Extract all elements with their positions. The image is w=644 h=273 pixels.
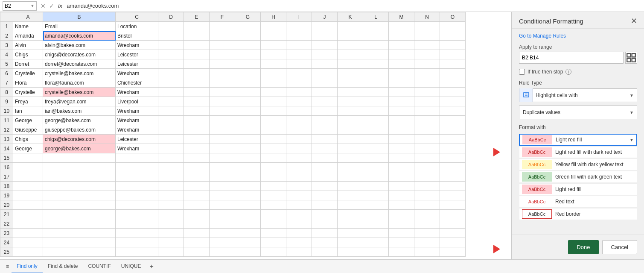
reject-icon[interactable]: ✕ — [39, 3, 47, 9]
cell-empty[interactable] — [389, 219, 414, 229]
cell-empty[interactable] — [338, 41, 363, 50]
cell-empty[interactable] — [286, 97, 312, 106]
cell-a[interactable]: Freya — [13, 97, 43, 106]
cell-empty[interactable] — [210, 229, 235, 238]
cell-empty[interactable] — [235, 116, 261, 125]
cell-empty[interactable] — [338, 153, 363, 163]
cell-a[interactable] — [13, 153, 43, 163]
cell-a[interactable] — [13, 200, 43, 210]
cell-empty[interactable] — [210, 238, 235, 247]
cell-empty[interactable] — [261, 22, 286, 31]
cell-empty[interactable] — [440, 247, 466, 257]
cell-empty[interactable] — [235, 78, 261, 88]
close-button[interactable]: ✕ — [631, 17, 637, 25]
cell-empty[interactable] — [414, 116, 440, 125]
cell-empty[interactable] — [389, 31, 414, 41]
col-header-e[interactable]: E — [184, 12, 210, 22]
cell-empty[interactable] — [440, 200, 466, 210]
cell-c[interactable] — [116, 200, 158, 210]
format-option-row[interactable]: AaBbCcLight red fill — [519, 183, 637, 195]
format-option-row[interactable]: AaBbCcRed text — [519, 196, 637, 208]
cell-c[interactable]: Chichester — [116, 78, 158, 88]
sheet-scroll-container[interactable]: A B C D E F G H I J K L M N O — [0, 12, 511, 259]
cell-empty[interactable] — [363, 88, 389, 97]
cell-a[interactable]: Crystelle — [13, 69, 43, 78]
cell-a[interactable]: Alvin — [13, 41, 43, 50]
cell-empty[interactable] — [210, 97, 235, 106]
cell-empty[interactable] — [414, 59, 440, 69]
cell-c[interactable]: Wrexham — [116, 144, 158, 153]
cell-empty[interactable] — [158, 97, 184, 106]
sheet-tab[interactable]: Find & delete — [43, 260, 83, 273]
cell-c[interactable] — [116, 247, 158, 257]
cell-empty[interactable] — [440, 106, 466, 116]
cell-empty[interactable] — [210, 116, 235, 125]
range-picker-button[interactable] — [625, 52, 637, 64]
cell-empty[interactable] — [440, 22, 466, 31]
cell-a[interactable] — [13, 172, 43, 182]
cell-empty[interactable] — [158, 247, 184, 257]
cell-empty[interactable] — [210, 31, 235, 41]
cell-empty[interactable] — [389, 125, 414, 135]
cell-empty[interactable] — [210, 50, 235, 59]
cell-empty[interactable] — [286, 31, 312, 41]
cell-empty[interactable] — [286, 200, 312, 210]
cell-c[interactable]: Liverpool — [116, 97, 158, 106]
cell-empty[interactable] — [210, 191, 235, 200]
col-header-f[interactable]: F — [210, 12, 235, 22]
cell-empty[interactable] — [184, 144, 210, 153]
cell-empty[interactable] — [261, 59, 286, 69]
cell-empty[interactable] — [184, 229, 210, 238]
cell-empty[interactable] — [158, 31, 184, 41]
cell-empty[interactable] — [363, 135, 389, 144]
cell-c[interactable]: Wrexham — [116, 41, 158, 50]
range-input[interactable] — [519, 52, 624, 64]
cell-empty[interactable] — [363, 78, 389, 88]
cell-empty[interactable] — [414, 144, 440, 153]
cell-empty[interactable] — [261, 210, 286, 219]
cell-empty[interactable] — [312, 31, 338, 41]
cell-empty[interactable] — [440, 191, 466, 200]
cell-empty[interactable] — [158, 210, 184, 219]
cell-empty[interactable] — [389, 247, 414, 257]
cell-a[interactable]: George — [13, 144, 43, 153]
cell-empty[interactable] — [440, 153, 466, 163]
cell-empty[interactable] — [312, 210, 338, 219]
cell-empty[interactable] — [363, 59, 389, 69]
cell-empty[interactable] — [184, 200, 210, 210]
info-icon[interactable]: i — [565, 69, 571, 75]
format-option-row[interactable]: AaBbCcYellow fill with dark yellow text — [519, 159, 637, 170]
cell-c[interactable]: Wrexham — [116, 125, 158, 135]
cell-c[interactable]: Leicester — [116, 59, 158, 69]
cancel-button[interactable]: Cancel — [602, 240, 637, 254]
cell-empty[interactable] — [210, 41, 235, 50]
cell-empty[interactable] — [210, 135, 235, 144]
cell-c[interactable]: Bristol — [116, 31, 158, 41]
cell-a[interactable]: Dorret — [13, 59, 43, 69]
cell-empty[interactable] — [414, 135, 440, 144]
cell-empty[interactable] — [440, 144, 466, 153]
cell-empty[interactable] — [389, 172, 414, 182]
cell-empty[interactable] — [158, 59, 184, 69]
cell-empty[interactable] — [261, 238, 286, 247]
cell-empty[interactable] — [184, 247, 210, 257]
cell-empty[interactable] — [414, 200, 440, 210]
cell-empty[interactable] — [158, 50, 184, 59]
cell-c[interactable] — [116, 229, 158, 238]
cell-b[interactable]: amanda@cooks.com — [43, 31, 116, 41]
cell-empty[interactable] — [158, 135, 184, 144]
cell-b[interactable] — [43, 210, 116, 219]
cell-empty[interactable] — [338, 88, 363, 97]
cell-empty[interactable] — [184, 135, 210, 144]
cell-b[interactable]: chigs@decorates.com — [43, 135, 116, 144]
cell-b[interactable]: crystelle@bakes.com — [43, 88, 116, 97]
cell-empty[interactable] — [286, 153, 312, 163]
cell-empty[interactable] — [389, 69, 414, 78]
cell-b[interactable]: dorret@decorates.com — [43, 59, 116, 69]
cell-empty[interactable] — [389, 97, 414, 106]
cell-empty[interactable] — [184, 78, 210, 88]
cell-a[interactable]: Chigs — [13, 50, 43, 59]
cell-empty[interactable] — [286, 78, 312, 88]
cell-empty[interactable] — [389, 163, 414, 172]
cell-empty[interactable] — [440, 50, 466, 59]
